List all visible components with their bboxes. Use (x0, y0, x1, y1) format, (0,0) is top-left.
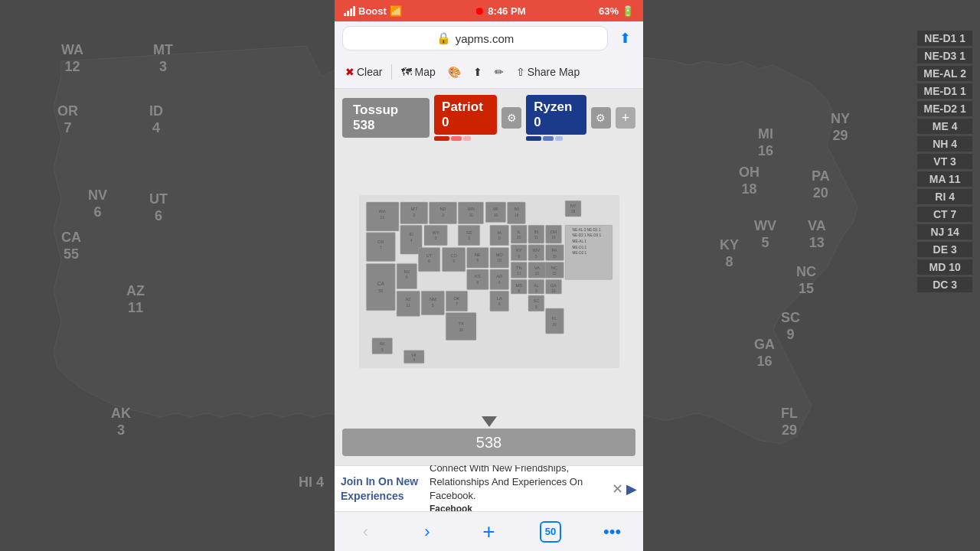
svg-text:15: 15 (552, 272, 557, 276)
svg-text:MT: MT (410, 207, 417, 211)
svg-text:3: 3 (413, 214, 415, 217)
more-button[interactable]: ••• (596, 515, 629, 549)
svg-text:6: 6 (498, 281, 500, 285)
svg-text:3: 3 (381, 348, 383, 352)
share-map-button[interactable]: ⇧ Share Map (511, 63, 584, 81)
svg-rect-44 (421, 291, 444, 315)
state-box-ri: RI 4 (917, 189, 972, 204)
tab-switcher-button[interactable]: 50 (534, 515, 567, 549)
svg-text:ME-D1 1: ME-D1 1 (572, 246, 586, 249)
bg-state-mi: MI16 (758, 126, 773, 159)
battery-percent: 63% (599, 5, 619, 17)
total-count: 538 (476, 434, 501, 452)
svg-text:OR: OR (377, 240, 384, 244)
svg-text:29: 29 (552, 323, 557, 327)
triangle-pointer (482, 416, 497, 427)
svg-text:TX: TX (458, 321, 463, 326)
svg-rect-74 (511, 225, 527, 243)
svg-text:WV: WV (532, 248, 539, 253)
url-text[interactable]: yapms.com (456, 32, 514, 45)
map-button[interactable]: 🗺 Map (397, 63, 439, 81)
state-box-vt: VT 3 (917, 154, 972, 169)
patriot-color-mid (451, 136, 462, 141)
ryzen-button[interactable]: Ryzen 0 (526, 95, 586, 135)
patriot-color-dark (434, 136, 449, 141)
svg-text:AK: AK (379, 341, 385, 346)
phone-frame: Boost 📶 ⏺ 8:46 PM 63% 🔋 🔒 yapms.com ⬆ ✖ … (335, 0, 643, 551)
svg-text:6: 6 (518, 289, 520, 293)
svg-rect-56 (446, 291, 467, 311)
back-button[interactable]: ‹ (348, 515, 382, 549)
recording-icon: ⏺ (475, 5, 485, 17)
edit-icon: ✏ (495, 66, 504, 78)
tab-count[interactable]: 50 (540, 521, 561, 543)
svg-text:WI: WI (493, 207, 498, 211)
patriot-button[interactable]: Patriot 0 (434, 95, 497, 135)
svg-text:NV: NV (403, 269, 410, 274)
svg-text:NY: NY (570, 204, 576, 208)
svg-text:8: 8 (518, 255, 520, 259)
svg-rect-71 (489, 291, 508, 311)
state-box-me-d2: ME-D2 1 (917, 101, 972, 116)
url-input[interactable]: 🔒 yapms.com (342, 26, 608, 51)
patriot-settings-button[interactable]: ⚙ (501, 107, 521, 129)
map-label[interactable]: Map (414, 66, 435, 78)
patriot-section: Patriot 0 (434, 95, 497, 141)
bg-state-nv: NV6 (88, 187, 107, 220)
svg-text:IN: IN (534, 230, 538, 234)
bg-state-mt: MT3 (153, 42, 173, 75)
edit-button[interactable]: ✏ (490, 63, 508, 81)
svg-text:5: 5 (432, 304, 434, 308)
ryzen-settings-button[interactable]: ⚙ (591, 107, 611, 129)
right-state-boxes: NE-D1 1 NE-D3 1 ME-AL 2 ME-D1 1 ME-D2 1 … (917, 31, 972, 292)
share-map-label[interactable]: Share Map (528, 66, 580, 78)
svg-text:NE: NE (474, 253, 480, 257)
svg-text:MN: MN (467, 207, 474, 211)
total-bar: 538 (342, 429, 635, 456)
ryzen-colors (526, 136, 563, 141)
state-box-nh: NH 4 (917, 136, 972, 152)
svg-text:38: 38 (459, 328, 463, 332)
bg-state-ut: UT6 (149, 191, 168, 224)
add-party-button[interactable]: + (616, 107, 635, 129)
ad-banner[interactable]: Join In On New Experiences Connect With … (335, 465, 643, 511)
forward-button[interactable]: › (410, 515, 444, 549)
bg-state-id: ID4 (149, 103, 163, 136)
plus-icon: + (482, 520, 495, 544)
ad-cta[interactable]: Join In On New Experiences (341, 474, 425, 502)
svg-rect-47 (458, 225, 479, 245)
share-button[interactable]: ⬆ (614, 28, 635, 49)
url-bar[interactable]: 🔒 yapms.com ⬆ (335, 21, 643, 55)
upload-button[interactable]: ⬆ (469, 63, 487, 81)
ryzen-color-light (555, 136, 563, 141)
ad-close-icon[interactable]: ✕ (609, 478, 626, 500)
svg-text:4: 4 (410, 239, 412, 243)
clear-label[interactable]: Clear (357, 66, 382, 78)
svg-text:HI: HI (411, 353, 416, 357)
svg-text:CA: CA (377, 281, 384, 286)
svg-text:9: 9 (535, 289, 537, 293)
svg-text:IA: IA (497, 230, 501, 235)
bg-state-fl: FL29 (781, 406, 798, 439)
bg-state-sc: SC9 (781, 310, 800, 343)
us-map-svg[interactable]: WA 12 OR 7 MT 3 ID 4 WY 3 ND 3 MN (359, 194, 619, 370)
paint-button[interactable]: 🎨 (443, 63, 466, 81)
map-content-area: Tossup 538 Patriot 0 ⚙ Ryzen 0 (335, 89, 643, 465)
svg-text:6: 6 (428, 259, 430, 263)
svg-rect-50 (466, 248, 488, 268)
us-map-container[interactable]: WA 12 OR 7 MT 3 ID 4 WY 3 ND 3 MN (335, 147, 643, 416)
svg-text:3: 3 (434, 236, 436, 240)
tossup-button[interactable]: Tossup 538 (342, 98, 430, 138)
clear-button[interactable]: ✖ Clear (341, 63, 387, 81)
lock-icon: 🔒 (436, 31, 451, 45)
svg-text:PA: PA (551, 248, 557, 253)
svg-text:CO: CO (450, 253, 457, 258)
svg-text:16: 16 (514, 214, 519, 217)
svg-text:MI: MI (514, 207, 519, 211)
ad-arrow-icon[interactable]: ▶ (626, 481, 637, 497)
bottom-browser-bar: ‹ › + 50 ••• (335, 511, 643, 551)
svg-text:GA: GA (550, 283, 556, 288)
new-tab-button[interactable]: + (472, 515, 505, 549)
svg-text:LA: LA (496, 296, 501, 301)
svg-text:20: 20 (552, 255, 557, 259)
